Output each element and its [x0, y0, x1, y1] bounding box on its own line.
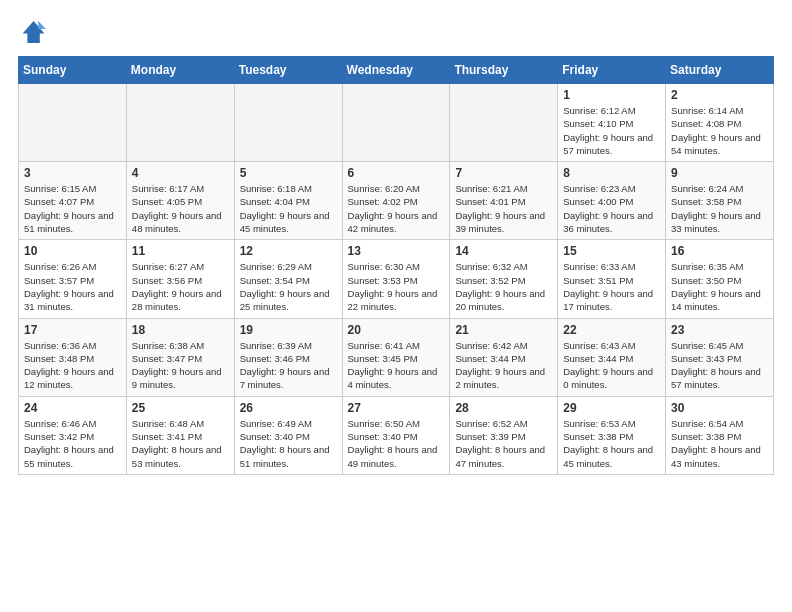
day-info: Sunrise: 6:46 AM Sunset: 3:42 PM Dayligh… [24, 417, 121, 470]
calendar-cell: 26Sunrise: 6:49 AM Sunset: 3:40 PM Dayli… [234, 396, 342, 474]
calendar-cell [450, 84, 558, 162]
calendar-cell: 17Sunrise: 6:36 AM Sunset: 3:48 PM Dayli… [19, 318, 127, 396]
day-number: 25 [132, 401, 229, 415]
day-number: 14 [455, 244, 552, 258]
calendar-header-saturday: Saturday [666, 57, 774, 84]
header [18, 18, 774, 46]
day-number: 28 [455, 401, 552, 415]
day-info: Sunrise: 6:53 AM Sunset: 3:38 PM Dayligh… [563, 417, 660, 470]
calendar-cell: 4Sunrise: 6:17 AM Sunset: 4:05 PM Daylig… [126, 162, 234, 240]
day-number: 20 [348, 323, 445, 337]
day-number: 30 [671, 401, 768, 415]
calendar-cell: 12Sunrise: 6:29 AM Sunset: 3:54 PM Dayli… [234, 240, 342, 318]
calendar-cell [234, 84, 342, 162]
calendar-cell: 11Sunrise: 6:27 AM Sunset: 3:56 PM Dayli… [126, 240, 234, 318]
calendar-cell: 10Sunrise: 6:26 AM Sunset: 3:57 PM Dayli… [19, 240, 127, 318]
logo [18, 18, 50, 46]
day-info: Sunrise: 6:52 AM Sunset: 3:39 PM Dayligh… [455, 417, 552, 470]
day-info: Sunrise: 6:32 AM Sunset: 3:52 PM Dayligh… [455, 260, 552, 313]
calendar-cell: 2Sunrise: 6:14 AM Sunset: 4:08 PM Daylig… [666, 84, 774, 162]
day-number: 9 [671, 166, 768, 180]
calendar-cell: 7Sunrise: 6:21 AM Sunset: 4:01 PM Daylig… [450, 162, 558, 240]
calendar-cell: 24Sunrise: 6:46 AM Sunset: 3:42 PM Dayli… [19, 396, 127, 474]
day-info: Sunrise: 6:21 AM Sunset: 4:01 PM Dayligh… [455, 182, 552, 235]
day-info: Sunrise: 6:50 AM Sunset: 3:40 PM Dayligh… [348, 417, 445, 470]
day-info: Sunrise: 6:49 AM Sunset: 3:40 PM Dayligh… [240, 417, 337, 470]
calendar-cell: 13Sunrise: 6:30 AM Sunset: 3:53 PM Dayli… [342, 240, 450, 318]
calendar-cell: 22Sunrise: 6:43 AM Sunset: 3:44 PM Dayli… [558, 318, 666, 396]
day-info: Sunrise: 6:43 AM Sunset: 3:44 PM Dayligh… [563, 339, 660, 392]
calendar-cell: 3Sunrise: 6:15 AM Sunset: 4:07 PM Daylig… [19, 162, 127, 240]
day-number: 2 [671, 88, 768, 102]
day-number: 19 [240, 323, 337, 337]
day-info: Sunrise: 6:45 AM Sunset: 3:43 PM Dayligh… [671, 339, 768, 392]
calendar-cell: 21Sunrise: 6:42 AM Sunset: 3:44 PM Dayli… [450, 318, 558, 396]
day-number: 4 [132, 166, 229, 180]
day-number: 12 [240, 244, 337, 258]
calendar-cell [126, 84, 234, 162]
calendar-cell: 28Sunrise: 6:52 AM Sunset: 3:39 PM Dayli… [450, 396, 558, 474]
calendar-header-row: SundayMondayTuesdayWednesdayThursdayFrid… [19, 57, 774, 84]
day-info: Sunrise: 6:39 AM Sunset: 3:46 PM Dayligh… [240, 339, 337, 392]
calendar-header-wednesday: Wednesday [342, 57, 450, 84]
calendar-table: SundayMondayTuesdayWednesdayThursdayFrid… [18, 56, 774, 475]
calendar-header-thursday: Thursday [450, 57, 558, 84]
svg-marker-1 [38, 21, 46, 29]
day-number: 21 [455, 323, 552, 337]
day-info: Sunrise: 6:23 AM Sunset: 4:00 PM Dayligh… [563, 182, 660, 235]
day-number: 26 [240, 401, 337, 415]
day-info: Sunrise: 6:12 AM Sunset: 4:10 PM Dayligh… [563, 104, 660, 157]
day-info: Sunrise: 6:26 AM Sunset: 3:57 PM Dayligh… [24, 260, 121, 313]
day-info: Sunrise: 6:41 AM Sunset: 3:45 PM Dayligh… [348, 339, 445, 392]
calendar-cell [19, 84, 127, 162]
day-number: 24 [24, 401, 121, 415]
day-info: Sunrise: 6:18 AM Sunset: 4:04 PM Dayligh… [240, 182, 337, 235]
day-number: 27 [348, 401, 445, 415]
day-number: 11 [132, 244, 229, 258]
day-info: Sunrise: 6:29 AM Sunset: 3:54 PM Dayligh… [240, 260, 337, 313]
calendar-cell: 18Sunrise: 6:38 AM Sunset: 3:47 PM Dayli… [126, 318, 234, 396]
day-info: Sunrise: 6:42 AM Sunset: 3:44 PM Dayligh… [455, 339, 552, 392]
day-info: Sunrise: 6:20 AM Sunset: 4:02 PM Dayligh… [348, 182, 445, 235]
calendar-cell: 9Sunrise: 6:24 AM Sunset: 3:58 PM Daylig… [666, 162, 774, 240]
day-number: 5 [240, 166, 337, 180]
day-number: 22 [563, 323, 660, 337]
day-info: Sunrise: 6:30 AM Sunset: 3:53 PM Dayligh… [348, 260, 445, 313]
day-info: Sunrise: 6:15 AM Sunset: 4:07 PM Dayligh… [24, 182, 121, 235]
day-info: Sunrise: 6:14 AM Sunset: 4:08 PM Dayligh… [671, 104, 768, 157]
calendar-cell: 29Sunrise: 6:53 AM Sunset: 3:38 PM Dayli… [558, 396, 666, 474]
calendar-week-row: 24Sunrise: 6:46 AM Sunset: 3:42 PM Dayli… [19, 396, 774, 474]
day-number: 23 [671, 323, 768, 337]
calendar-cell: 19Sunrise: 6:39 AM Sunset: 3:46 PM Dayli… [234, 318, 342, 396]
day-number: 10 [24, 244, 121, 258]
day-info: Sunrise: 6:54 AM Sunset: 3:38 PM Dayligh… [671, 417, 768, 470]
calendar-header-tuesday: Tuesday [234, 57, 342, 84]
calendar-cell: 15Sunrise: 6:33 AM Sunset: 3:51 PM Dayli… [558, 240, 666, 318]
page: SundayMondayTuesdayWednesdayThursdayFrid… [0, 0, 792, 612]
calendar-week-row: 1Sunrise: 6:12 AM Sunset: 4:10 PM Daylig… [19, 84, 774, 162]
calendar-cell [342, 84, 450, 162]
day-info: Sunrise: 6:48 AM Sunset: 3:41 PM Dayligh… [132, 417, 229, 470]
day-number: 18 [132, 323, 229, 337]
calendar-cell: 14Sunrise: 6:32 AM Sunset: 3:52 PM Dayli… [450, 240, 558, 318]
day-number: 6 [348, 166, 445, 180]
calendar-cell: 23Sunrise: 6:45 AM Sunset: 3:43 PM Dayli… [666, 318, 774, 396]
calendar-week-row: 3Sunrise: 6:15 AM Sunset: 4:07 PM Daylig… [19, 162, 774, 240]
calendar-cell: 8Sunrise: 6:23 AM Sunset: 4:00 PM Daylig… [558, 162, 666, 240]
day-number: 7 [455, 166, 552, 180]
day-number: 13 [348, 244, 445, 258]
calendar-cell: 27Sunrise: 6:50 AM Sunset: 3:40 PM Dayli… [342, 396, 450, 474]
day-info: Sunrise: 6:17 AM Sunset: 4:05 PM Dayligh… [132, 182, 229, 235]
calendar-header-monday: Monday [126, 57, 234, 84]
day-info: Sunrise: 6:35 AM Sunset: 3:50 PM Dayligh… [671, 260, 768, 313]
calendar-cell: 20Sunrise: 6:41 AM Sunset: 3:45 PM Dayli… [342, 318, 450, 396]
calendar-cell: 6Sunrise: 6:20 AM Sunset: 4:02 PM Daylig… [342, 162, 450, 240]
calendar-cell: 5Sunrise: 6:18 AM Sunset: 4:04 PM Daylig… [234, 162, 342, 240]
day-number: 16 [671, 244, 768, 258]
calendar-week-row: 17Sunrise: 6:36 AM Sunset: 3:48 PM Dayli… [19, 318, 774, 396]
day-number: 29 [563, 401, 660, 415]
day-number: 3 [24, 166, 121, 180]
day-info: Sunrise: 6:33 AM Sunset: 3:51 PM Dayligh… [563, 260, 660, 313]
day-number: 8 [563, 166, 660, 180]
day-number: 17 [24, 323, 121, 337]
